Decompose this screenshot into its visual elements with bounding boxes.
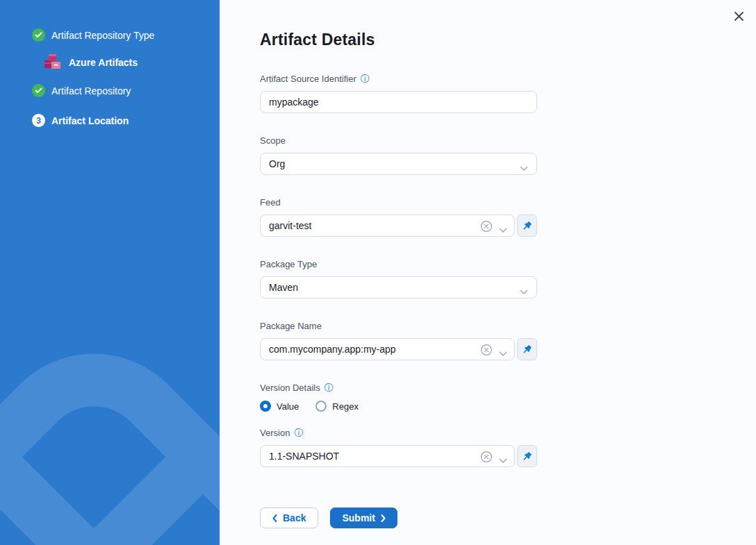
azure-artifacts-icon: [44, 53, 63, 71]
field-package-name: Package Name com.mycompany.app:my-app: [260, 320, 537, 360]
artifact-source-identifier-input[interactable]: [260, 91, 537, 113]
field-version: Version ⓘ 1.1-SNAPSHOT: [260, 427, 537, 467]
field-label: Artifact Source Identifier: [260, 73, 356, 85]
field-label: Package Type: [260, 258, 317, 270]
radio-label: Regex: [332, 401, 359, 412]
clear-icon[interactable]: [480, 451, 493, 465]
clear-icon[interactable]: [480, 344, 493, 358]
chevron-down-icon: [520, 162, 528, 174]
wizard-sidebar: Artifact Repository Type Azure Artifacts…: [0, 0, 220, 545]
package-name-value: com.mycompany.app:my-app: [269, 344, 396, 355]
field-label: Package Name: [260, 320, 322, 332]
sidebar-step-artifact-location[interactable]: 3 Artifact Location: [32, 114, 220, 127]
page-title: Artifact Details: [260, 31, 537, 49]
feed-combobox[interactable]: garvit-test: [260, 215, 515, 237]
field-scope: Scope Org: [260, 135, 537, 175]
sidebar-step-artifact-repository-type[interactable]: Artifact Repository Type: [32, 28, 220, 42]
chevron-down-icon: [520, 286, 528, 297]
field-package-type: Package Type Maven: [260, 258, 537, 299]
field-label: Version Details: [260, 382, 320, 394]
field-label: Version: [260, 427, 290, 439]
check-circle-icon: [32, 28, 45, 42]
radio-selected-icon: [260, 401, 271, 412]
info-icon[interactable]: ⓘ: [324, 383, 334, 392]
submit-button-label: Submit: [342, 512, 375, 523]
pin-runtime-input-button[interactable]: [517, 215, 537, 237]
scope-selected-value: Org: [269, 158, 285, 169]
field-label: Feed: [260, 196, 281, 208]
step-label: Artifact Repository Type: [51, 30, 154, 41]
chevron-down-icon[interactable]: [499, 348, 507, 359]
radio-regex[interactable]: Regex: [315, 401, 359, 412]
chevron-down-icon[interactable]: [499, 224, 507, 235]
harness-logo-watermark: [0, 351, 220, 545]
scope-select[interactable]: Org: [260, 153, 537, 175]
chevron-right-icon: [381, 514, 386, 522]
pin-icon: [522, 344, 532, 355]
close-icon[interactable]: [731, 8, 746, 24]
pin-icon: [522, 451, 532, 462]
info-icon[interactable]: ⓘ: [294, 428, 303, 437]
step-label: Artifact Repository: [51, 85, 131, 97]
step-label: Artifact Location: [51, 115, 129, 126]
version-combobox[interactable]: 1.1-SNAPSHOT: [260, 445, 515, 467]
package-type-select[interactable]: Maven: [260, 276, 537, 299]
radio-unselected-icon: [315, 401, 327, 412]
field-feed: Feed garvit-test: [260, 196, 537, 237]
version-value: 1.1-SNAPSHOT: [269, 451, 339, 462]
step-number-badge: 3: [32, 114, 45, 127]
back-button-label: Back: [283, 512, 306, 523]
pin-runtime-input-button[interactable]: [517, 338, 537, 360]
field-artifact-source-identifier: Artifact Source Identifier ⓘ: [260, 73, 537, 113]
field-label: Scope: [260, 135, 286, 146]
feed-value: garvit-test: [269, 220, 311, 231]
radio-label: Value: [277, 401, 299, 412]
step-label: Azure Artifacts: [69, 57, 138, 68]
chevron-down-icon[interactable]: [499, 455, 507, 466]
chevron-left-icon: [272, 514, 277, 522]
form-actions: Back Submit: [260, 508, 537, 528]
check-circle-icon: [32, 84, 45, 97]
sidebar-step-artifact-repository[interactable]: Artifact Repository: [32, 84, 220, 97]
pin-runtime-input-button[interactable]: [517, 445, 537, 467]
info-icon[interactable]: ⓘ: [361, 74, 370, 83]
package-name-combobox[interactable]: com.mycompany.app:my-app: [260, 338, 515, 360]
submit-button[interactable]: Submit: [330, 508, 397, 528]
sidebar-item-azure-artifacts[interactable]: Azure Artifacts: [44, 53, 220, 71]
radio-value[interactable]: Value: [260, 401, 299, 412]
pin-icon: [522, 221, 532, 231]
field-version-details: Version Details ⓘ Value Regex: [260, 382, 537, 412]
package-type-selected-value: Maven: [269, 282, 298, 293]
clear-icon[interactable]: [480, 220, 493, 235]
artifact-details-panel: Artifact Details Artifact Source Identif…: [220, 0, 756, 545]
back-button[interactable]: Back: [260, 508, 318, 528]
